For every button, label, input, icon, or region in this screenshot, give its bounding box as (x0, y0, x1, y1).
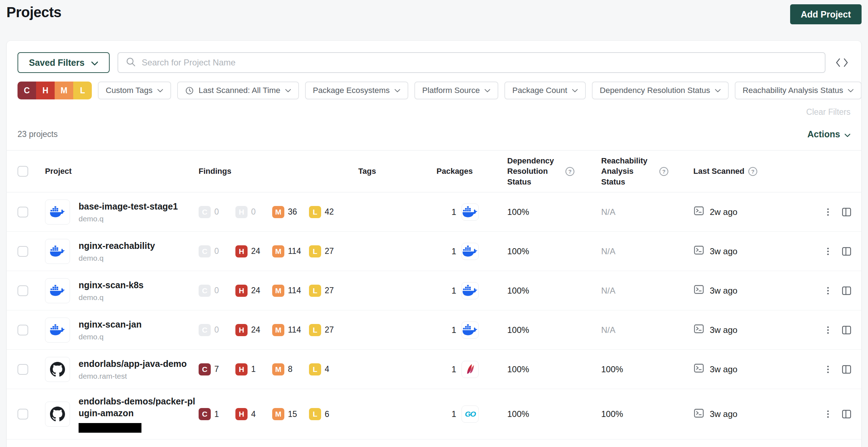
severity-critical-badge: C (199, 363, 211, 375)
clear-filters-button[interactable]: Clear Filters (806, 107, 850, 117)
help-icon[interactable]: ? (659, 167, 668, 176)
severity-high-badge: H (235, 285, 248, 297)
row-menu-kebab-icon[interactable] (819, 286, 837, 295)
reachability-analysis-value: N/A (601, 286, 693, 296)
finding-medium: M8 (272, 363, 309, 375)
project-name[interactable]: endorlabs/app-java-demo (79, 358, 187, 370)
package-count: 1 (452, 364, 456, 374)
row-side-panel-icon[interactable] (837, 364, 861, 375)
finding-critical: C0 (199, 206, 235, 218)
severity-filter-high[interactable]: H (36, 82, 55, 99)
severity-medium-badge: M (272, 363, 284, 375)
findings-cell: C0H24M114L27 (199, 245, 358, 257)
severity-medium-badge: M (272, 206, 284, 218)
project-name[interactable]: nginx-scan-jan (79, 319, 141, 330)
severity-filter-critical[interactable]: C (18, 82, 36, 99)
add-project-button[interactable]: Add Project (790, 4, 862, 24)
row-menu-kebab-icon[interactable] (819, 365, 837, 374)
severity-low-badge: L (309, 206, 321, 218)
filter-dropdown-package-count[interactable]: Package Count (504, 82, 586, 99)
search-box (118, 52, 825, 73)
filter-label: Custom Tags (106, 86, 153, 95)
project-namespace: demo.q (79, 333, 141, 341)
row-menu-kebab-icon[interactable] (819, 409, 837, 419)
table-row: endorlabs/app-java-demo demo.ram-test C7… (7, 350, 861, 389)
row-side-panel-icon[interactable] (837, 325, 861, 335)
severity-filter-medium[interactable]: M (55, 82, 73, 99)
severity-critical-badge: C (199, 206, 211, 218)
finding-low: L27 (309, 324, 346, 336)
project-name[interactable]: nginx-reachability (79, 240, 155, 252)
select-all-checkbox[interactable] (18, 166, 28, 177)
row-menu-kebab-icon[interactable] (819, 325, 837, 335)
scan-terminal-icon (693, 408, 704, 421)
finding-medium: M114 (272, 324, 309, 336)
projects-table: Project Findings Tags Packages Dependenc… (7, 150, 861, 439)
filter-dropdown-reachability-analysis-status[interactable]: Reachability Analysis Status (735, 82, 862, 99)
row-checkbox[interactable] (18, 325, 28, 335)
filter-label: Package Ecosystems (313, 86, 390, 95)
finding-high: H0 (235, 206, 272, 218)
docker-ecosystem-icon (462, 243, 479, 260)
page-header: Projects Add Project (0, 0, 868, 24)
finding-medium: M114 (272, 245, 309, 257)
severity-high-badge: H (235, 408, 248, 420)
finding-count: 4 (325, 364, 329, 374)
filter-dropdown-package-ecosystems[interactable]: Package Ecosystems (305, 82, 408, 99)
chevron-down-icon (848, 89, 854, 93)
table-row: nginx-scan-jan demo.q C0H24M114L27 1 100… (7, 310, 861, 350)
row-checkbox[interactable] (18, 246, 28, 257)
project-name[interactable]: endorlabs-demos/packer-plugin-amazon (79, 396, 197, 419)
filter-dropdown-custom-tags[interactable]: Custom Tags (98, 82, 171, 99)
chevron-down-icon (285, 89, 291, 93)
code-query-icon[interactable] (833, 52, 850, 73)
finding-count: 27 (325, 246, 334, 256)
findings-cell: C0H24M114L27 (199, 324, 358, 336)
filter-dropdown-last-scanned-all-time[interactable]: Last Scanned: All Time (177, 82, 299, 99)
page-title: Projects (6, 4, 61, 20)
row-checkbox[interactable] (18, 409, 28, 419)
last-scanned-cell: 3w ago (693, 284, 819, 297)
package-count: 1 (452, 325, 456, 335)
project-namespace: demo.q (79, 254, 155, 262)
filter-label: Package Count (512, 86, 567, 95)
row-menu-kebab-icon[interactable] (819, 247, 837, 256)
docker-icon (45, 318, 70, 343)
column-header-reachability-analysis: Reachability Analysis Status (601, 156, 655, 187)
row-side-panel-icon[interactable] (837, 285, 861, 296)
last-scanned-cell: 2w ago (693, 205, 819, 218)
filter-dropdown-platform-source[interactable]: Platform Source (414, 82, 498, 99)
reachability-analysis-value: N/A (601, 246, 693, 256)
project-name[interactable]: base-image-test-stage1 (79, 201, 178, 212)
docker-ecosystem-icon (462, 282, 479, 299)
severity-filter-group: CHML (18, 82, 92, 99)
help-icon[interactable]: ? (565, 167, 574, 176)
reachability-analysis-value: 100% (601, 409, 693, 419)
filter-label: Dependency Resolution Status (600, 86, 710, 95)
actions-button[interactable]: Actions (807, 129, 850, 139)
dependency-resolution-value: 100% (507, 246, 601, 256)
severity-high-badge: H (235, 363, 248, 375)
dependency-resolution-value: 100% (507, 325, 601, 335)
severity-low-badge: L (309, 285, 321, 297)
finding-high: H24 (235, 245, 272, 257)
row-checkbox[interactable] (18, 207, 28, 217)
row-menu-kebab-icon[interactable] (819, 207, 837, 217)
project-name[interactable]: nginx-scan-k8s (79, 279, 144, 291)
dependency-resolution-value: 100% (507, 364, 601, 374)
help-icon[interactable]: ? (748, 167, 757, 176)
chevron-down-icon (394, 89, 400, 93)
severity-filter-low[interactable]: L (73, 82, 92, 99)
filter-dropdown-dependency-resolution-status[interactable]: Dependency Resolution Status (592, 82, 729, 99)
chevron-down-icon (157, 89, 163, 93)
projects-card: Saved Filters CHML Custom TagsLast Scann… (6, 40, 862, 447)
row-side-panel-icon[interactable] (837, 246, 861, 257)
search-input[interactable] (142, 58, 818, 68)
row-checkbox[interactable] (18, 364, 28, 375)
last-scanned-cell: 3w ago (693, 363, 819, 376)
row-side-panel-icon[interactable] (837, 409, 861, 419)
saved-filters-button[interactable]: Saved Filters (18, 52, 110, 73)
docker-ecosystem-icon (462, 203, 479, 221)
row-side-panel-icon[interactable] (837, 207, 861, 217)
row-checkbox[interactable] (18, 285, 28, 296)
